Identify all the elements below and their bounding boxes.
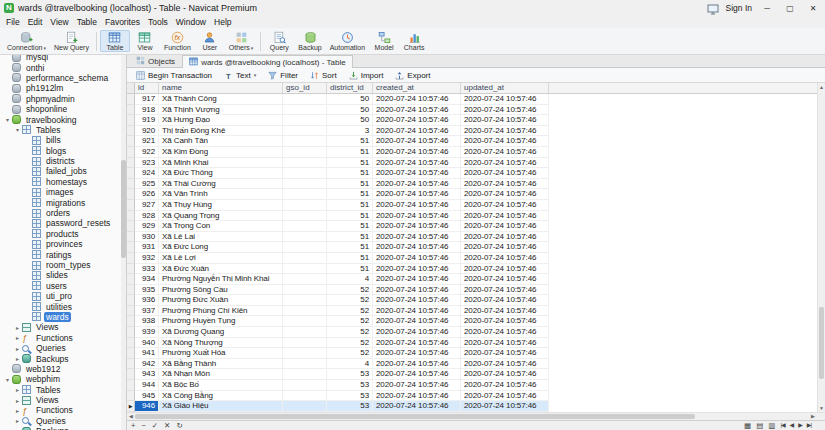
menu-view[interactable]: View [46, 17, 72, 27]
cell-id[interactable]: 937 [135, 306, 159, 317]
cell-id[interactable]: 920 [135, 126, 159, 137]
cell-updated_at[interactable]: 2020-07-24 10:57:46 [461, 348, 549, 359]
tab-table-tab[interactable]: wards @travelbooking (localhost) - Table [182, 55, 352, 68]
cell-updated_at[interactable]: 2020-07-24 10:57:46 [461, 158, 549, 169]
cell-created_at[interactable]: 2020-07-24 10:57:46 [373, 136, 461, 147]
cell-name[interactable]: Xã Kim Đồng [159, 147, 283, 158]
cell-district_id[interactable]: 50 [327, 115, 373, 126]
import-button[interactable]: Import [344, 70, 389, 81]
tab-objects[interactable]: Objects [129, 55, 182, 67]
vertical-scrollbar-thumb[interactable] [819, 307, 824, 379]
cell-name[interactable]: Xã Thụy Hùng [159, 200, 283, 211]
sidebar-scrollbar-thumb[interactable] [121, 160, 126, 258]
cell-name[interactable]: Xã Công Bằng [159, 391, 283, 402]
toolbar-automation-button[interactable]: Automation [326, 30, 369, 52]
cell-district_id[interactable]: 52 [327, 316, 373, 327]
sidebar-scrollbar[interactable] [121, 55, 126, 430]
cell-district_id[interactable]: 51 [327, 232, 373, 243]
cell-id[interactable]: 939 [135, 327, 159, 338]
menu-window[interactable]: Window [172, 17, 210, 27]
cell-gso_id[interactable] [283, 136, 327, 147]
cell-district_id[interactable]: 51 [327, 189, 373, 200]
cell-created_at[interactable]: 2020-07-24 10:57:46 [373, 221, 461, 232]
cell-district_id[interactable]: 51 [327, 158, 373, 169]
tree-item-phpmyadmin[interactable]: phpmyadmin [0, 94, 126, 104]
monitor-icon[interactable] [707, 3, 719, 13]
delete-record-icon[interactable]: − [141, 421, 145, 430]
tree-item-tables[interactable]: ▾Tables [0, 125, 126, 135]
maximize-button[interactable]: ▢ [782, 4, 798, 13]
cell-id[interactable]: 921 [135, 136, 159, 147]
cell-created_at[interactable]: 2020-07-24 10:57:46 [373, 316, 461, 327]
cell-name[interactable]: Xã Nhạn Môn [159, 369, 283, 380]
cell-gso_id[interactable] [283, 168, 327, 179]
cell-created_at[interactable]: 2020-07-24 10:57:46 [373, 401, 461, 412]
cell-id[interactable]: 934 [135, 274, 159, 285]
tree-item-provinces[interactable]: provinces [0, 239, 126, 249]
previous-record-icon[interactable]: ◀ [790, 421, 794, 430]
cell-created_at[interactable]: 2020-07-24 10:57:46 [373, 338, 461, 349]
cell-id[interactable]: 928 [135, 211, 159, 222]
form-view-icon[interactable]: ▤ [756, 421, 763, 430]
cell-district_id[interactable]: 53 [327, 380, 373, 391]
toolbar-table-button[interactable]: Table [100, 30, 130, 52]
cell-updated_at[interactable]: 2020-07-24 10:57:46 [461, 391, 549, 402]
tree-item-homestays[interactable]: homestays [0, 177, 126, 187]
cell-updated_at[interactable]: 2020-07-24 10:57:46 [461, 168, 549, 179]
cell-created_at[interactable]: 2020-07-24 10:57:46 [373, 242, 461, 253]
cell-id[interactable]: 932 [135, 253, 159, 264]
toolbar-model-button[interactable]: Model [369, 30, 399, 52]
cell-gso_id[interactable] [283, 94, 327, 105]
tree-item-uti-pro[interactable]: uti_pro [0, 291, 126, 301]
toolbar-others-button[interactable]: Others▾ [225, 30, 258, 52]
cell-name[interactable]: Xã Đức Thông [159, 168, 283, 179]
cell-updated_at[interactable]: 2020-07-24 10:57:46 [461, 380, 549, 391]
cell-updated_at[interactable]: 2020-07-24 10:57:46 [461, 359, 549, 370]
cell-gso_id[interactable] [283, 105, 327, 116]
cell-name[interactable]: Xã Quang Trọng [159, 211, 283, 222]
cell-updated_at[interactable]: 2020-07-24 10:57:46 [461, 242, 549, 253]
cell-name[interactable]: Xã Thành Công [159, 94, 283, 105]
cell-updated_at[interactable]: 2020-07-24 10:57:46 [461, 338, 549, 349]
cell-district_id[interactable]: 50 [327, 94, 373, 105]
cell-gso_id[interactable] [283, 211, 327, 222]
cell-district_id[interactable]: 51 [327, 221, 373, 232]
tree-item-functions[interactable]: ▸Functions [0, 405, 126, 415]
tree-item-shoponline[interactable]: shoponline [0, 104, 126, 114]
cell-gso_id[interactable] [283, 179, 327, 190]
cell-created_at[interactable]: 2020-07-24 10:57:46 [373, 285, 461, 296]
horizontal-scrollbar[interactable]: ◀ ▶ [127, 412, 825, 420]
sign-in-button[interactable]: Sign In [726, 3, 752, 13]
cell-district_id[interactable]: 51 [327, 211, 373, 222]
cell-name[interactable]: Xã Lê Lợi [159, 253, 283, 264]
cell-id[interactable]: 917 [135, 94, 159, 105]
scroll-up-icon[interactable]: ▲ [818, 83, 825, 91]
tree-item-ph1912lm[interactable]: ph1912lm [0, 83, 126, 93]
tree-item-password-resets[interactable]: password_resets [0, 218, 126, 228]
cell-gso_id[interactable] [283, 380, 327, 391]
cell-updated_at[interactable]: 2020-07-24 10:57:46 [461, 126, 549, 137]
cell-created_at[interactable]: 2020-07-24 10:57:46 [373, 158, 461, 169]
toolbar-view-button[interactable]: View [130, 30, 160, 52]
cell-name[interactable]: Xã Dương Quang [159, 327, 283, 338]
vertical-scrollbar[interactable]: ▲ ▼ [817, 83, 825, 412]
cell-id[interactable]: 929 [135, 221, 159, 232]
cell-gso_id[interactable] [283, 348, 327, 359]
expand-arrow-icon[interactable]: ▸ [13, 355, 22, 362]
cell-district_id[interactable]: 52 [327, 327, 373, 338]
cell-district_id[interactable]: 3 [327, 126, 373, 137]
memo-view-icon[interactable]: ▥ [768, 421, 775, 430]
cell-created_at[interactable]: 2020-07-24 10:57:46 [373, 168, 461, 179]
toolbar-connection-button[interactable]: Connection▾ [3, 30, 50, 52]
cell-gso_id[interactable] [283, 115, 327, 126]
cell-id[interactable]: 943 [135, 369, 159, 380]
cell-updated_at[interactable]: 2020-07-24 10:57:46 [461, 179, 549, 190]
cell-created_at[interactable]: 2020-07-24 10:57:46 [373, 359, 461, 370]
column-header-gso_id[interactable]: gso_id [283, 83, 327, 93]
cell-created_at[interactable]: 2020-07-24 10:57:46 [373, 369, 461, 380]
cell-gso_id[interactable] [283, 232, 327, 243]
tree-item-products[interactable]: products [0, 229, 126, 239]
cell-id[interactable]: 923 [135, 158, 159, 169]
tree-item-mysql[interactable]: mysql [0, 55, 126, 62]
tree-item-queries[interactable]: ▸Queries [0, 416, 126, 426]
